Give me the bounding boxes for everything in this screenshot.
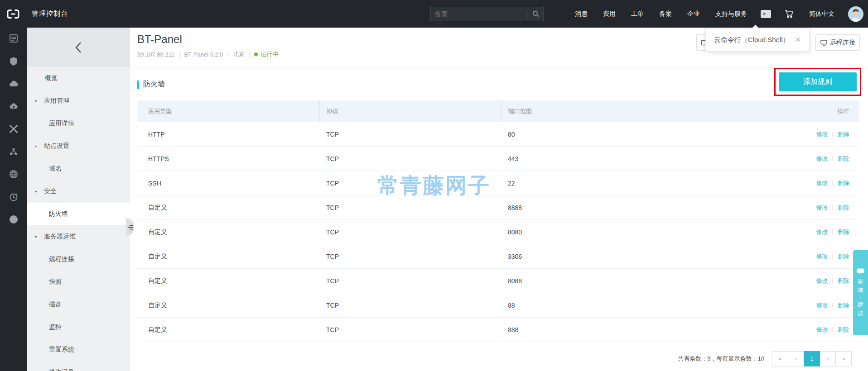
cell-app-type: 自定义 xyxy=(137,326,319,334)
sidebar-item-label: 应用管理 xyxy=(44,97,69,105)
cloudshell-terminal-icon[interactable]: >_ xyxy=(761,10,771,18)
edit-rule-link[interactable]: 修改 xyxy=(816,252,828,261)
nav-item-tickets[interactable]: 工单 xyxy=(631,10,644,18)
sidebar-item-label: 重置系统 xyxy=(49,346,74,354)
alibaba-cloud-logo-icon[interactable] xyxy=(6,9,20,19)
search-input[interactable] xyxy=(430,10,527,18)
edit-rule-link[interactable]: 修改 xyxy=(816,179,828,187)
globe-icon[interactable] xyxy=(9,169,19,179)
sidebar-collapse-button[interactable] xyxy=(27,28,130,67)
sidebar-item-security[interactable]: ▼安全 xyxy=(27,180,130,203)
search-icon[interactable] xyxy=(527,10,544,17)
sidebar-item-label: 域名 xyxy=(49,165,62,173)
sidebar-item-site-settings[interactable]: ▼站点设置 xyxy=(27,135,130,157)
sidebar-item-overview[interactable]: 概览 xyxy=(27,67,130,90)
table-header-row: 应用类型 协议 端口范围 操作 xyxy=(137,100,859,122)
sidebar-item-label: 快照 xyxy=(49,278,62,286)
delete-rule-link[interactable]: 删除 xyxy=(838,130,849,138)
page-title: BT-Panel xyxy=(137,33,182,46)
triangle-down-icon: ▼ xyxy=(34,99,38,103)
delete-rule-link[interactable]: 删除 xyxy=(838,204,849,212)
delete-rule-link[interactable]: 删除 xyxy=(838,277,849,285)
cell-actions: 修改|删除 xyxy=(677,252,859,261)
chevron-left-icon xyxy=(75,42,82,53)
feedback-side-tab[interactable]: 咨 询 · 建 议 xyxy=(853,250,868,335)
cell-app-type: HTTP xyxy=(137,131,319,138)
edit-rule-link[interactable]: 修改 xyxy=(816,301,828,309)
edit-rule-link[interactable]: 修改 xyxy=(816,155,828,163)
page-number-button[interactable]: 1 xyxy=(804,351,820,366)
delete-rule-link[interactable]: 删除 xyxy=(838,228,849,236)
nav-item-messages[interactable]: 消息 xyxy=(575,10,588,18)
server-icon[interactable] xyxy=(9,33,19,43)
sidebar-item-app-detail[interactable]: 应用详情 xyxy=(27,112,130,135)
action-separator: | xyxy=(832,301,834,309)
cell-app-type: SSH xyxy=(137,180,319,187)
cell-protocol: TCP xyxy=(319,326,501,333)
delete-rule-link[interactable]: 删除 xyxy=(838,179,849,187)
remote-connect-button[interactable]: 远程连接 xyxy=(815,34,860,51)
table-row: 自定义TCP888修改|删除 xyxy=(137,318,859,342)
tooltip-text: 云命令行（Cloud Shell） xyxy=(714,36,790,44)
dot-icon[interactable] xyxy=(9,214,19,224)
cloud-icon[interactable] xyxy=(9,79,19,89)
table-row: 自定义TCP8080修改|删除 xyxy=(137,220,859,244)
sidebar-item-firewall[interactable]: 防火墙 xyxy=(27,203,130,225)
sidebar-item-app-manage[interactable]: ▼应用管理 xyxy=(27,90,130,112)
cell-protocol: TCP xyxy=(319,302,501,309)
nav-item-enterprise[interactable]: 企业 xyxy=(687,10,700,18)
cell-app-type: 自定义 xyxy=(137,252,319,261)
column-port-range: 端口范围 xyxy=(501,100,677,122)
collapse-lines-icon xyxy=(128,225,133,230)
sidebar-item-reset[interactable]: 重置系统 xyxy=(27,338,130,361)
delete-rule-link[interactable]: 删除 xyxy=(838,301,849,309)
edit-rule-link[interactable]: 修改 xyxy=(816,277,828,285)
tooltip-close-icon[interactable]: ✕ xyxy=(796,36,801,44)
sidebar-item-server-ops[interactable]: ▼服务器运维 xyxy=(27,225,130,248)
edit-rule-link[interactable]: 修改 xyxy=(816,228,828,236)
nav-item-support[interactable]: 支持与服务 xyxy=(715,10,747,18)
icon-rail xyxy=(0,28,27,371)
sidebar-item-label: 监控 xyxy=(49,323,62,331)
nav-item-icp[interactable]: 备案 xyxy=(659,10,672,18)
sidebar-item-monitor[interactable]: 监控 xyxy=(27,316,130,338)
cell-port-range: 22 xyxy=(501,180,677,187)
nav-item-billing[interactable]: 费用 xyxy=(603,10,616,18)
page-prev-button[interactable]: ‹ xyxy=(788,351,804,366)
language-switch[interactable]: 简体中文 xyxy=(809,10,834,18)
sidebar-item-domain[interactable]: 域名 xyxy=(27,157,130,180)
table-row: HTTPTCP80修改|删除 xyxy=(137,122,859,147)
delete-rule-link[interactable]: 删除 xyxy=(838,252,849,261)
section-title: 防火墙 xyxy=(143,80,165,89)
page-next-button[interactable]: › xyxy=(820,351,836,366)
scale-icon[interactable] xyxy=(9,124,19,134)
edit-rule-link[interactable]: 修改 xyxy=(816,326,828,334)
section-header: 防火墙 xyxy=(137,80,165,89)
delete-rule-link[interactable]: 删除 xyxy=(838,326,849,334)
cell-protocol: TCP xyxy=(319,253,501,260)
sidebar-item-op-log[interactable]: 操作记录 xyxy=(27,361,130,371)
sidebar-item-remote[interactable]: 远程连接 xyxy=(27,248,130,271)
edit-rule-link[interactable]: 修改 xyxy=(816,204,828,212)
cart-icon[interactable] xyxy=(785,10,794,18)
sidebar-item-disk[interactable]: 磁盘 xyxy=(27,293,130,316)
action-separator: | xyxy=(832,228,834,236)
schedule-icon[interactable] xyxy=(9,192,19,202)
page-last-button[interactable]: » xyxy=(835,351,852,366)
sidebar: 概览▼应用管理应用详情▼站点设置域名▼安全防火墙▼服务器运维远程连接快照磁盘监控… xyxy=(27,28,130,371)
disk-icon[interactable] xyxy=(9,101,19,111)
table-row: 自定义TCP8088修改|删除 xyxy=(137,269,859,293)
page-first-button[interactable]: « xyxy=(772,351,788,366)
triangle-down-icon: ▼ xyxy=(34,190,38,193)
delete-rule-link[interactable]: 删除 xyxy=(838,155,849,163)
sidebar-item-snapshot[interactable]: 快照 xyxy=(27,271,130,293)
user-avatar[interactable] xyxy=(848,6,863,22)
edit-rule-link[interactable]: 修改 xyxy=(816,130,828,138)
network-icon[interactable] xyxy=(9,147,19,157)
security-icon[interactable] xyxy=(9,56,19,66)
chat-bubble-icon xyxy=(857,268,864,275)
cell-actions: 修改|删除 xyxy=(677,277,859,285)
triangle-down-icon: ▼ xyxy=(34,235,38,238)
cell-port-range: 8888 xyxy=(501,204,677,211)
add-rule-button[interactable]: 添加规则 xyxy=(779,72,857,91)
